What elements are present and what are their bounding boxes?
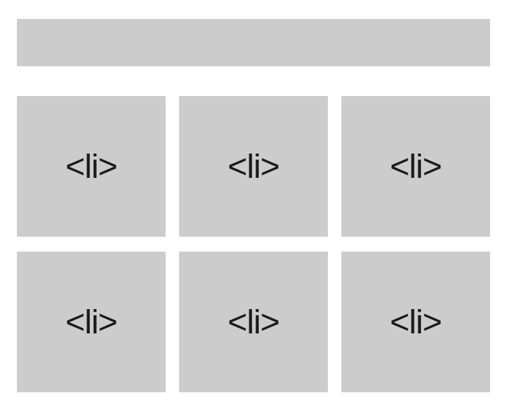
list-item-tile: <li> bbox=[341, 252, 490, 392]
tile-label: <li> bbox=[66, 147, 118, 186]
tile-label: <li> bbox=[390, 147, 442, 186]
list-item-tile: <li> bbox=[179, 96, 328, 237]
list-item-tile: <li> bbox=[341, 96, 490, 237]
tile-label: <li> bbox=[228, 302, 280, 342]
list-item-tile: <li> bbox=[17, 252, 166, 392]
header-banner bbox=[17, 19, 490, 66]
tile-label: <li> bbox=[66, 302, 118, 342]
list-item-tile: <li> bbox=[17, 96, 166, 237]
tile-grid: <li> <li> <li> <li> <li> <li> bbox=[17, 96, 490, 392]
tile-label: <li> bbox=[228, 147, 280, 186]
tile-label: <li> bbox=[390, 302, 442, 342]
list-item-tile: <li> bbox=[179, 252, 328, 392]
